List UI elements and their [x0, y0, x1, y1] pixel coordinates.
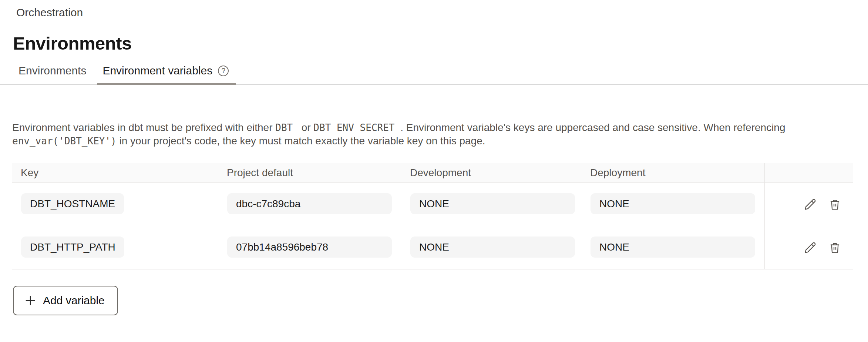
description-text: Environment variables in dbt must be pre… [12, 121, 789, 148]
row-actions [764, 183, 853, 226]
description-part-3: . Environment variable's keys are upperc… [400, 122, 785, 133]
environment-variables-table: Key Project default Development Deployme… [12, 163, 853, 269]
column-header-project-default: Project default [218, 167, 401, 179]
table-row: DBT_HOSTNAME dbc-c7c89cba NONE NONE [12, 183, 853, 226]
tab-bar: Environments Environment variables ? [0, 64, 868, 85]
key-cell: DBT_HOSTNAME [12, 193, 218, 216]
column-header-deployment: Deployment [582, 167, 764, 179]
project-default-value-pill: 07bb14a8596beb78 [227, 237, 392, 258]
column-header-development: Development [401, 167, 582, 179]
description-part-4: in your project's code, the key must mat… [117, 135, 485, 147]
delete-variable-button[interactable] [828, 198, 842, 211]
tab-environment-variables-label: Environment variables [102, 64, 212, 77]
table-header-row: Key Project default Development Deployme… [12, 163, 853, 183]
deployment-value-pill: NONE [591, 237, 755, 258]
code-env-var-example: env_var('DBT_KEY') [12, 135, 117, 147]
variable-key-pill: DBT_HTTP_PATH [21, 237, 124, 258]
row-actions [764, 226, 853, 269]
deployment-cell: NONE [582, 193, 764, 216]
tab-environments[interactable]: Environments [13, 64, 97, 85]
project-default-cell: 07bb14a8596beb78 [218, 237, 401, 259]
development-value-pill: NONE [410, 193, 575, 214]
project-default-value-pill: dbc-c7c89cba [227, 193, 392, 214]
breadcrumb[interactable]: Orchestration [16, 6, 83, 19]
column-header-key: Key [12, 167, 218, 179]
deployment-cell: NONE [582, 237, 764, 259]
plus-icon [24, 294, 37, 307]
development-value-pill: NONE [410, 237, 575, 258]
add-variable-button[interactable]: Add variable [13, 286, 118, 315]
table-row: DBT_HTTP_PATH 07bb14a8596beb78 NONE NONE [12, 226, 853, 269]
add-variable-button-label: Add variable [43, 294, 105, 307]
code-dbt-prefix: DBT_ [275, 122, 299, 133]
pencil-icon [803, 241, 817, 255]
trash-icon [828, 198, 842, 211]
deployment-value-pill: NONE [591, 193, 755, 214]
description-part-1: Environment variables in dbt must be pre… [12, 122, 275, 133]
project-default-cell: dbc-c7c89cba [218, 193, 401, 216]
column-header-actions [764, 163, 853, 182]
help-icon[interactable]: ? [218, 66, 229, 76]
edit-variable-button[interactable] [803, 241, 817, 255]
tab-environments-label: Environments [18, 64, 86, 77]
description-part-2: or [299, 122, 313, 133]
development-cell: NONE [401, 237, 582, 259]
page-title: Environments [13, 33, 868, 54]
tab-environment-variables[interactable]: Environment variables ? [97, 64, 236, 85]
code-dbt-env-secret-prefix: DBT_ENV_SECRET_ [313, 122, 400, 133]
delete-variable-button[interactable] [828, 241, 842, 255]
variable-key-pill: DBT_HOSTNAME [21, 193, 124, 214]
trash-icon [828, 241, 842, 255]
edit-variable-button[interactable] [803, 198, 817, 211]
key-cell: DBT_HTTP_PATH [12, 237, 218, 259]
development-cell: NONE [401, 193, 582, 216]
pencil-icon [803, 198, 817, 211]
